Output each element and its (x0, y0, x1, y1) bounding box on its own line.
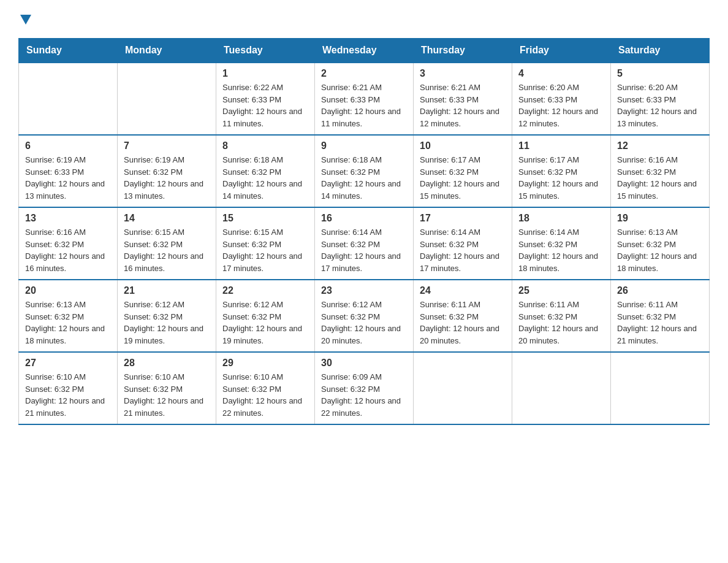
week-row-5: 27Sunrise: 6:10 AMSunset: 6:32 PMDayligh… (19, 352, 710, 424)
day-number: 28 (124, 358, 210, 369)
day-number: 20 (25, 285, 111, 296)
calendar-cell-0-1 (118, 63, 216, 135)
day-info: Sunrise: 6:19 AMSunset: 6:33 PMDaylight:… (25, 154, 111, 202)
day-number: 14 (124, 213, 210, 224)
day-number: 22 (222, 285, 308, 296)
header-wednesday: Wednesday (315, 39, 414, 63)
calendar-cell-3-6: 26Sunrise: 6:11 AMSunset: 6:32 PMDayligh… (611, 280, 710, 352)
day-info: Sunrise: 6:14 AMSunset: 6:32 PMDaylight:… (321, 226, 407, 274)
day-number: 18 (518, 213, 604, 224)
day-number: 24 (420, 285, 506, 296)
day-info: Sunrise: 6:19 AMSunset: 6:32 PMDaylight:… (124, 154, 210, 202)
header-friday: Friday (512, 39, 611, 63)
calendar-cell-1-5: 11Sunrise: 6:17 AMSunset: 6:32 PMDayligh… (512, 135, 611, 207)
day-number: 26 (617, 285, 703, 296)
day-info: Sunrise: 6:10 AMSunset: 6:32 PMDaylight:… (25, 371, 111, 419)
calendar-cell-3-3: 23Sunrise: 6:12 AMSunset: 6:32 PMDayligh… (315, 280, 414, 352)
day-number: 5 (617, 68, 703, 79)
day-number: 21 (124, 285, 210, 296)
day-number: 3 (420, 68, 506, 79)
day-info: Sunrise: 6:22 AMSunset: 6:33 PMDaylight:… (222, 82, 308, 129)
calendar-cell-3-2: 22Sunrise: 6:12 AMSunset: 6:32 PMDayligh… (216, 280, 315, 352)
day-info: Sunrise: 6:13 AMSunset: 6:32 PMDaylight:… (617, 226, 703, 274)
calendar-cell-0-6: 5Sunrise: 6:20 AMSunset: 6:33 PMDaylight… (611, 63, 710, 135)
calendar-cell-1-1: 7Sunrise: 6:19 AMSunset: 6:32 PMDaylight… (118, 135, 216, 207)
day-info: Sunrise: 6:14 AMSunset: 6:32 PMDaylight:… (518, 226, 604, 274)
day-info: Sunrise: 6:09 AMSunset: 6:32 PMDaylight:… (321, 371, 407, 419)
svg-marker-0 (20, 15, 31, 25)
day-info: Sunrise: 6:13 AMSunset: 6:32 PMDaylight:… (25, 299, 111, 347)
day-info: Sunrise: 6:21 AMSunset: 6:33 PMDaylight:… (420, 82, 506, 129)
calendar-cell-1-6: 12Sunrise: 6:16 AMSunset: 6:32 PMDayligh… (611, 135, 710, 207)
day-number: 17 (420, 213, 506, 224)
day-number: 1 (222, 68, 308, 79)
day-number: 27 (25, 358, 111, 369)
day-number: 30 (321, 358, 407, 369)
calendar-cell-2-2: 15Sunrise: 6:15 AMSunset: 6:32 PMDayligh… (216, 207, 315, 280)
header-sunday: Sunday (19, 39, 118, 63)
day-info: Sunrise: 6:11 AMSunset: 6:32 PMDaylight:… (420, 299, 506, 347)
day-info: Sunrise: 6:16 AMSunset: 6:32 PMDaylight:… (25, 226, 111, 274)
logo (18, 12, 31, 26)
day-number: 29 (222, 358, 308, 369)
day-info: Sunrise: 6:14 AMSunset: 6:32 PMDaylight:… (420, 226, 506, 274)
day-number: 19 (617, 213, 703, 224)
day-info: Sunrise: 6:16 AMSunset: 6:32 PMDaylight:… (617, 154, 703, 202)
day-info: Sunrise: 6:15 AMSunset: 6:32 PMDaylight:… (124, 226, 210, 274)
calendar-cell-1-3: 9Sunrise: 6:18 AMSunset: 6:32 PMDaylight… (315, 135, 414, 207)
calendar-cell-4-5 (512, 352, 611, 424)
calendar-cell-2-0: 13Sunrise: 6:16 AMSunset: 6:32 PMDayligh… (19, 207, 118, 280)
header-thursday: Thursday (414, 39, 512, 63)
day-info: Sunrise: 6:17 AMSunset: 6:32 PMDaylight:… (518, 154, 604, 202)
day-number: 6 (25, 140, 111, 151)
day-info: Sunrise: 6:17 AMSunset: 6:32 PMDaylight:… (420, 154, 506, 202)
week-row-2: 6Sunrise: 6:19 AMSunset: 6:33 PMDaylight… (19, 135, 710, 207)
header-monday: Monday (118, 39, 216, 63)
calendar-cell-1-2: 8Sunrise: 6:18 AMSunset: 6:32 PMDaylight… (216, 135, 315, 207)
calendar-cell-4-4 (414, 352, 512, 424)
header-tuesday: Tuesday (216, 39, 315, 63)
day-info: Sunrise: 6:18 AMSunset: 6:32 PMDaylight:… (222, 154, 308, 202)
calendar-cell-3-4: 24Sunrise: 6:11 AMSunset: 6:32 PMDayligh… (414, 280, 512, 352)
day-info: Sunrise: 6:20 AMSunset: 6:33 PMDaylight:… (518, 82, 604, 129)
day-number: 15 (222, 213, 308, 224)
calendar-cell-0-3: 2Sunrise: 6:21 AMSunset: 6:33 PMDaylight… (315, 63, 414, 135)
day-number: 13 (25, 213, 111, 224)
day-info: Sunrise: 6:15 AMSunset: 6:32 PMDaylight:… (222, 226, 308, 274)
day-number: 12 (617, 140, 703, 151)
calendar-cell-2-4: 17Sunrise: 6:14 AMSunset: 6:32 PMDayligh… (414, 207, 512, 280)
calendar-cell-4-0: 27Sunrise: 6:10 AMSunset: 6:32 PMDayligh… (19, 352, 118, 424)
day-info: Sunrise: 6:11 AMSunset: 6:32 PMDaylight:… (617, 299, 703, 347)
calendar-cell-0-0 (19, 63, 118, 135)
day-info: Sunrise: 6:11 AMSunset: 6:32 PMDaylight:… (518, 299, 604, 347)
page-header (18, 12, 710, 26)
calendar-cell-3-1: 21Sunrise: 6:12 AMSunset: 6:32 PMDayligh… (118, 280, 216, 352)
day-info: Sunrise: 6:12 AMSunset: 6:32 PMDaylight:… (124, 299, 210, 347)
day-number: 16 (321, 213, 407, 224)
day-number: 11 (518, 140, 604, 151)
logo-triangle-icon (20, 15, 31, 26)
week-row-1: 1Sunrise: 6:22 AMSunset: 6:33 PMDaylight… (19, 63, 710, 135)
day-number: 8 (222, 140, 308, 151)
day-number: 10 (420, 140, 506, 151)
calendar-cell-0-5: 4Sunrise: 6:20 AMSunset: 6:33 PMDaylight… (512, 63, 611, 135)
day-info: Sunrise: 6:18 AMSunset: 6:32 PMDaylight:… (321, 154, 407, 202)
day-info: Sunrise: 6:10 AMSunset: 6:32 PMDaylight:… (222, 371, 308, 419)
calendar-cell-1-4: 10Sunrise: 6:17 AMSunset: 6:32 PMDayligh… (414, 135, 512, 207)
calendar-cell-1-0: 6Sunrise: 6:19 AMSunset: 6:33 PMDaylight… (19, 135, 118, 207)
day-number: 25 (518, 285, 604, 296)
day-info: Sunrise: 6:12 AMSunset: 6:32 PMDaylight:… (321, 299, 407, 347)
header-saturday: Saturday (611, 39, 710, 63)
day-info: Sunrise: 6:21 AMSunset: 6:33 PMDaylight:… (321, 82, 407, 129)
week-row-4: 20Sunrise: 6:13 AMSunset: 6:32 PMDayligh… (19, 280, 710, 352)
calendar-cell-3-0: 20Sunrise: 6:13 AMSunset: 6:32 PMDayligh… (19, 280, 118, 352)
calendar-cell-2-3: 16Sunrise: 6:14 AMSunset: 6:32 PMDayligh… (315, 207, 414, 280)
calendar-cell-4-1: 28Sunrise: 6:10 AMSunset: 6:32 PMDayligh… (118, 352, 216, 424)
calendar-cell-2-1: 14Sunrise: 6:15 AMSunset: 6:32 PMDayligh… (118, 207, 216, 280)
day-number: 9 (321, 140, 407, 151)
day-number: 2 (321, 68, 407, 79)
day-info: Sunrise: 6:10 AMSunset: 6:32 PMDaylight:… (124, 371, 210, 419)
calendar-cell-4-2: 29Sunrise: 6:10 AMSunset: 6:32 PMDayligh… (216, 352, 315, 424)
day-number: 23 (321, 285, 407, 296)
calendar-cell-2-6: 19Sunrise: 6:13 AMSunset: 6:32 PMDayligh… (611, 207, 710, 280)
